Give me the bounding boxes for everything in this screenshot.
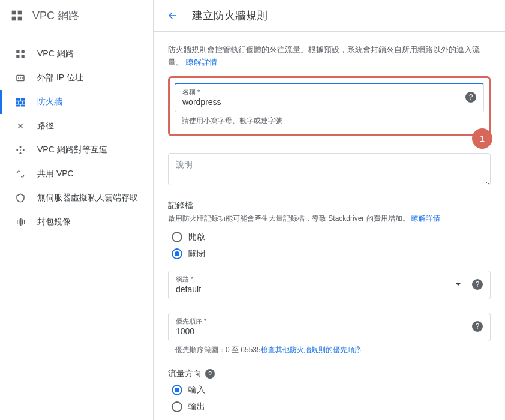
name-input[interactable] [182,97,461,107]
svg-rect-2 [12,17,16,21]
intro-learn-more-link[interactable]: 瞭解詳情 [186,58,217,67]
logging-title: 記錄檔 [168,200,491,211]
svg-point-19 [20,152,22,154]
logging-on-label: 開啟 [188,232,205,242]
direction-in-row[interactable]: 輸入 [168,382,491,398]
svg-rect-10 [21,98,25,101]
svg-rect-22 [19,220,20,225]
network-value: default [176,284,455,294]
sidebar-item-firewall[interactable]: 防火牆 [0,90,153,114]
direction-out-row[interactable]: 輸出 [168,398,491,415]
network-help-icon[interactable]: ? [472,279,483,290]
sidebar-item-packet-mirror[interactable]: 封包鏡像 [0,210,153,234]
sidebar-item-label: 無伺服器虛擬私人雲端存取 [37,193,138,203]
logging-off-label: 關閉 [188,248,205,259]
ip-icon [14,72,26,84]
svg-rect-0 [12,11,16,15]
callout-badge-1: 1 [472,128,492,149]
direction-in-radio[interactable] [172,385,182,395]
sidebar-item-external-ip[interactable]: 外部 IP 位址 [0,66,153,90]
main: 建立防火牆規則 防火牆規則會控管執行個體的來往流量。根據預設，系統會封鎖來自所用… [154,0,505,420]
sidebar-item-label: 封包鏡像 [37,217,71,227]
logging-on-radio[interactable] [172,232,182,242]
priority-field[interactable]: 優先順序 * ? [168,313,491,341]
sidebar-item-peering[interactable]: VPC 網路對等互連 [0,138,153,162]
svg-rect-24 [22,220,23,225]
serverless-icon [14,192,26,204]
priority-help-icon[interactable]: ? [472,321,483,332]
svg-rect-15 [21,105,25,107]
sidebar-item-shared-vpc[interactable]: 共用 VPC [0,162,153,186]
name-highlight: 名稱 * ? 請使用小寫字母、數字或連字號 1 [168,76,491,136]
priority-check-link[interactable]: 檢查其他防火牆規則的優先順序 [261,346,362,354]
direction-out-radio[interactable] [172,401,182,412]
name-help-icon[interactable]: ? [465,92,476,103]
sidebar-item-label: 防火牆 [37,97,62,107]
priority-label: 優先順序 * [176,317,467,326]
svg-rect-6 [16,55,19,58]
logging-off-row[interactable]: 關閉 [168,245,491,262]
sidebar-item-serverless[interactable]: 無伺服器虛擬私人雲端存取 [0,186,153,210]
direction-out-label: 輸出 [188,401,205,412]
svg-rect-11 [16,101,19,104]
svg-rect-23 [20,218,22,226]
svg-rect-12 [19,101,22,104]
svg-rect-4 [16,50,19,53]
logging-learn-more-link[interactable]: 瞭解詳情 [411,214,440,223]
svg-rect-9 [16,98,20,101]
priority-hint: 優先順序範圍：0 至 65535檢查其他防火牆規則的優先順序 [168,345,491,355]
svg-point-17 [23,149,25,151]
direction-help-icon[interactable]: ? [205,369,215,379]
logging-off-radio[interactable] [172,248,182,259]
network-label: 網路 * [176,275,455,284]
sidebar-item-label: VPC 網路對等互連 [37,145,107,155]
svg-rect-3 [18,17,22,21]
grid-icon [14,48,26,60]
back-button[interactable] [166,8,180,23]
svg-rect-5 [22,50,25,53]
priority-input[interactable] [176,326,467,336]
direction-title: 流量方向 ? [168,368,491,379]
sidebar-item-vpc-network[interactable]: VPC 網路 [0,42,153,66]
svg-point-18 [20,146,22,148]
svg-rect-21 [17,220,18,224]
svg-rect-25 [24,220,25,224]
chevron-down-icon[interactable] [455,283,461,286]
svg-rect-13 [23,101,25,104]
name-hint: 請使用小寫字母、數字或連字號 [175,116,484,126]
sidebar: VPC 網路 VPC 網路 外部 IP 位址 防火牆 路徑 VPC 網路對等互連 [0,0,154,420]
intro-text: 防火牆規則會控管執行個體的來往流量。根據預設，系統會封鎖來自所用網路以外的連入流… [168,44,491,69]
content: 防火牆規則會控管執行個體的來往流量。根據預設，系統會封鎖來自所用網路以外的連入流… [154,32,505,420]
firewall-icon [14,96,26,108]
logging-sub: 啟用防火牆記錄功能可能會產生大量記錄檔，導致 Stackdriver 的費用增加… [168,214,491,224]
sidebar-item-label: VPC 網路 [37,49,74,59]
direction-in-label: 輸入 [188,385,205,395]
page-title: 建立防火牆規則 [192,8,267,23]
peering-icon [14,144,26,156]
logging-on-row[interactable]: 開啟 [168,229,491,245]
vpc-logo-icon [10,8,24,23]
network-select[interactable]: 網路 * default ? [168,271,491,299]
svg-rect-1 [18,11,22,15]
sidebar-item-routes[interactable]: 路徑 [0,114,153,138]
routes-icon [14,120,26,132]
main-header: 建立防火牆規則 [154,0,505,32]
name-field[interactable]: 名稱 * ? [175,83,484,112]
svg-point-16 [16,149,18,151]
sidebar-title: VPC 網路 [32,8,79,23]
sidebar-item-label: 外部 IP 位址 [37,73,83,83]
mirror-icon [14,216,26,228]
name-label: 名稱 * [182,88,461,97]
sidebar-item-label: 路徑 [37,121,54,131]
sidebar-header: VPC 網路 [0,0,153,31]
shared-vpc-icon [14,168,26,180]
svg-rect-20 [20,149,21,151]
sidebar-item-label: 共用 VPC [37,169,74,179]
svg-rect-14 [16,105,20,107]
description-input[interactable] [168,153,491,185]
svg-rect-7 [22,55,25,58]
